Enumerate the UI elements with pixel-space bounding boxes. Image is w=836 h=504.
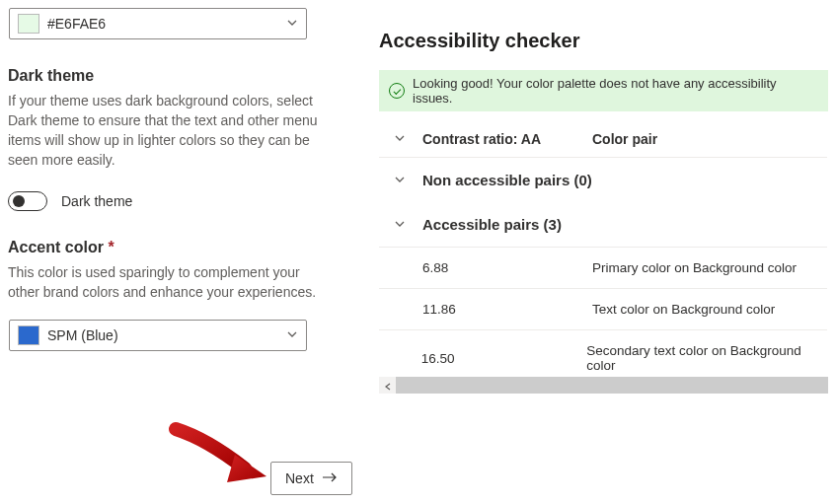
table-row: 11.86 Text color on Background color xyxy=(379,288,827,329)
table-row: 6.88 Primary color on Background color xyxy=(379,247,827,288)
color-swatch-icon xyxy=(18,14,39,34)
accent-color-description: This color is used sparingly to compleme… xyxy=(8,262,330,302)
background-color-dropdown[interactable]: #E6FAE6 xyxy=(9,8,307,39)
cell-ratio: 6.88 xyxy=(422,260,592,275)
chevron-down-icon[interactable] xyxy=(379,131,422,147)
next-button[interactable]: Next xyxy=(270,462,352,495)
group-accessible[interactable]: Accessible pairs (3) xyxy=(379,202,827,247)
cell-pair: Secondary text color on Background color xyxy=(586,343,827,373)
dropdown-value: SPM (Blue) xyxy=(47,327,286,343)
cell-ratio: 16.50 xyxy=(421,351,586,366)
chevron-down-icon xyxy=(379,217,422,233)
chevron-down-icon xyxy=(286,16,298,32)
cell-pair: Primary color on Background color xyxy=(592,260,797,275)
accent-color-dropdown[interactable]: SPM (Blue) xyxy=(9,320,307,351)
accessibility-title: Accessibility checker xyxy=(379,30,827,52)
group-non-accessible[interactable]: Non accessible pairs (0) xyxy=(379,158,827,202)
left-panel: #E6FAE6 Dark theme If your theme uses da… xyxy=(8,8,334,351)
dark-theme-toggle[interactable] xyxy=(8,191,47,211)
annotation-arrow-icon xyxy=(168,421,276,490)
dropdown-value: #E6FAE6 xyxy=(47,16,286,32)
dark-theme-description: If your theme uses dark background color… xyxy=(8,91,330,170)
chevron-down-icon xyxy=(379,173,422,188)
scrollbar-left-arrow-icon[interactable] xyxy=(379,378,396,394)
color-swatch-icon xyxy=(18,325,39,345)
dark-theme-heading: Dark theme xyxy=(8,67,334,85)
status-message: Looking good! Your color palette does no… xyxy=(413,76,818,106)
checkmark-circle-icon xyxy=(389,83,405,99)
required-star-icon: * xyxy=(108,239,114,255)
column-contrast-ratio[interactable]: Contrast ratio: AA xyxy=(422,131,592,147)
accent-color-heading: Accent color * xyxy=(8,239,334,256)
table-header-row: Contrast ratio: AA Color pair xyxy=(379,119,827,158)
status-success-bar: Looking good! Your color palette does no… xyxy=(379,70,828,111)
toggle-knob-icon xyxy=(13,195,25,207)
arrow-right-icon xyxy=(322,470,338,486)
dark-theme-toggle-label: Dark theme xyxy=(61,193,132,209)
cell-ratio: 11.86 xyxy=(422,302,592,317)
scrollbar-thumb[interactable] xyxy=(396,377,828,394)
chevron-down-icon xyxy=(286,327,298,343)
column-color-pair[interactable]: Color pair xyxy=(592,131,657,147)
cell-pair: Text color on Background color xyxy=(592,302,775,317)
horizontal-scrollbar[interactable] xyxy=(379,377,828,394)
accessibility-checker-panel: Accessibility checker Looking good! Your… xyxy=(379,30,827,386)
